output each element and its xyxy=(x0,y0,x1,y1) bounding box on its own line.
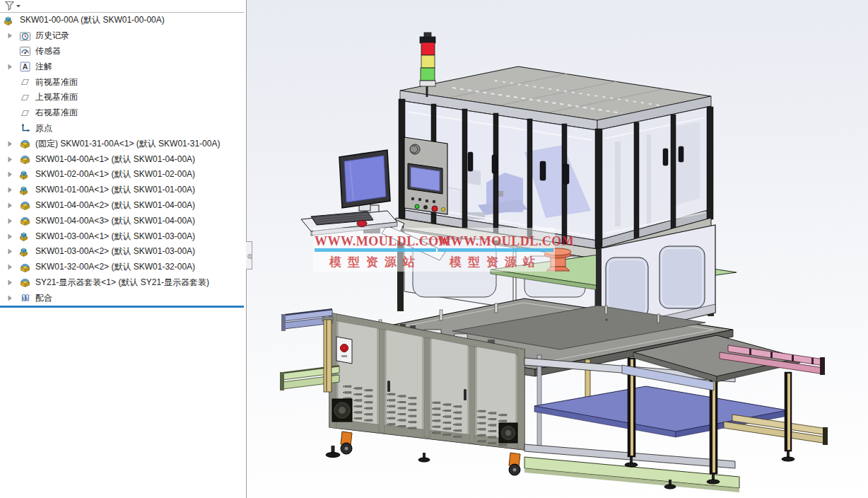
tree-item-label: 上视基准面 xyxy=(35,91,78,103)
enclosure-window xyxy=(659,246,705,308)
tree-filter-bar[interactable] xyxy=(0,0,244,13)
tree-item-SY21-显示器套装<1>[interactable]: SY21-显示器套装<1> (默认 SY21-显示器套装) xyxy=(0,275,244,291)
history-icon xyxy=(19,30,32,42)
expand-arrow-icon[interactable] xyxy=(5,295,15,301)
tree-item-SKW01-04-00A<3>[interactable]: SKW01-04-00A<3> (默认 SKW01-04-00A) xyxy=(0,213,244,228)
watermark-band: WWW.MOULDL.COM 模型资源站 WWW.MOULDL.COM 模型资源… xyxy=(313,228,555,272)
mates-icon xyxy=(19,292,32,304)
expand-arrow-icon[interactable] xyxy=(5,264,15,270)
panel-splitter[interactable] xyxy=(246,241,252,270)
tree-item-label: SKW01-03-00A<1> (默认 SKW01-03-00A) xyxy=(35,231,195,243)
tree-item-label: SKW01-01-00A<1> (默认 SKW01-01-00A) xyxy=(35,184,195,196)
control-panel xyxy=(404,137,447,214)
expand-arrow-icon[interactable] xyxy=(5,279,15,286)
tree-item-label: 原点 xyxy=(35,122,52,134)
expand-arrow-icon[interactable] xyxy=(5,171,15,178)
graphics-area[interactable]: WWW.MOULDL.COM 模型资源站 WWW.MOULDL.COM 模型资源… xyxy=(247,0,868,498)
solidworks-window: { "feature_tree": { "filter_icon": "filt… xyxy=(0,0,868,498)
assembly-icon xyxy=(19,184,32,196)
hmi-screen xyxy=(411,167,440,191)
tree-item-label: SKW01-04-00A<1> (默认 SKW01-04-00A) xyxy=(35,154,195,166)
assembly-icon xyxy=(4,14,16,26)
tree-item-SKW01-01-00A<1>[interactable]: SKW01-01-00A<1> (默认 SKW01-01-00A) xyxy=(0,183,244,198)
tree-item-上视基准面[interactable]: 上视基准面 xyxy=(0,90,244,105)
tree-item-前视基准面[interactable]: 前视基准面 xyxy=(0,74,244,90)
assembly-icon xyxy=(19,168,32,180)
plane-icon xyxy=(19,76,32,88)
door-handle-icon xyxy=(464,389,467,400)
tree-item-配合[interactable]: 配合 xyxy=(0,290,244,306)
expand-arrow-icon[interactable] xyxy=(5,233,15,240)
filter-funnel-icon[interactable] xyxy=(4,1,23,11)
tree-item-label: 传感器 xyxy=(35,45,61,57)
part-icon xyxy=(19,199,32,212)
expand-arrow-icon[interactable] xyxy=(5,33,15,39)
expand-arrow-icon[interactable] xyxy=(5,156,15,163)
tree-item-右视基准面[interactable]: 右视基准面 xyxy=(0,105,244,121)
door-handle-icon xyxy=(387,381,390,392)
tree-item-label: 配合 xyxy=(35,292,52,304)
tree-item-label: SKW01-00-00A (默认 SKW01-00-00A) xyxy=(20,14,165,26)
tree-item-label: SKW01-04-00A<2> (默认 SKW01-04-00A) xyxy=(35,199,195,212)
tree-item-label: SKW01-02-00A<1> (默认 SKW01-02-00A) xyxy=(35,168,195,180)
tree-item-label: 注解 xyxy=(35,61,52,73)
mouse xyxy=(357,221,367,227)
tree-item-label: 右视基准面 xyxy=(35,107,78,119)
part-icon xyxy=(19,154,32,166)
tree-item-label: 前视基准面 xyxy=(35,76,78,88)
emergency-stop xyxy=(336,337,352,364)
rollback-bar[interactable] xyxy=(0,306,244,308)
expand-arrow-icon[interactable] xyxy=(5,248,15,255)
origin-icon xyxy=(19,122,32,134)
splitter-grip-icon xyxy=(247,254,252,259)
watermark: WWW.MOULDL.COM 模型资源站 xyxy=(438,235,553,270)
tree-item-SKW01-03-00A<1>[interactable]: SKW01-03-00A<1> (默认 SKW01-03-00A) xyxy=(0,228,244,244)
assembly-icon xyxy=(19,231,32,243)
part-icon xyxy=(19,277,32,289)
plane-icon xyxy=(19,107,32,119)
cooling-fan xyxy=(499,423,517,443)
plane-icon xyxy=(19,91,32,103)
expand-arrow-icon[interactable] xyxy=(5,141,15,147)
tree-item-SKW01-04-00A<1>[interactable]: SKW01-04-00A<1> (默认 SKW01-04-00A) xyxy=(0,151,244,167)
expand-arrow-icon[interactable] xyxy=(5,187,15,193)
tree-item-传感器[interactable]: 传感器 xyxy=(0,44,244,59)
tree-item-历史记录[interactable]: 历史记录 xyxy=(0,28,244,44)
tree-item-label: SKW01-32-00A<2> (默认 SKW01-32-00A) xyxy=(35,261,195,273)
feature-manager-panel: SKW01-00-00A (默认 SKW01-00-00A)历史记录传感器A注解… xyxy=(0,0,244,498)
tree-item-SKW01-32-00A<2>[interactable]: SKW01-32-00A<2> (默认 SKW01-32-00A) xyxy=(0,260,244,275)
expand-arrow-icon[interactable] xyxy=(5,64,15,70)
tree-item-(固定)[interactable]: (固定) SKW01-31-00A<1> (默认 SKW01-31-00A) xyxy=(0,136,244,151)
tree-item-label: (固定) SKW01-31-00A<1> (默认 SKW01-31-00A) xyxy=(35,138,220,150)
tree-item-SKW01-03-00A<2>[interactable]: SKW01-03-00A<2> (默认 SKW01-03-00A) xyxy=(0,244,244,260)
svg-text:A: A xyxy=(23,62,28,71)
part-icon xyxy=(19,215,32,227)
part-icon xyxy=(19,138,32,150)
left-conveyors xyxy=(280,308,339,392)
tree-item-label: SKW01-03-00A<2> (默认 SKW01-03-00A) xyxy=(35,245,195,257)
tree-item-SKW01-02-00A<1>[interactable]: SKW01-02-00A<1> (默认 SKW01-02-00A) xyxy=(0,167,244,183)
tree-item-label: SY21-显示器套装<1> (默认 SY21-显示器套装) xyxy=(35,277,209,289)
sensors-icon xyxy=(19,45,32,57)
assembly-icon xyxy=(19,245,32,257)
tree-item-SKW01-04-00A<2>[interactable]: SKW01-04-00A<2> (默认 SKW01-04-00A) xyxy=(0,198,244,214)
tree-item-SKW01-00-00A[interactable]: SKW01-00-00A (默认 SKW01-00-00A) xyxy=(0,13,244,28)
tree-item-label: SKW01-04-00A<3> (默认 SKW01-04-00A) xyxy=(35,215,195,227)
annotations-icon: A xyxy=(19,61,32,73)
tree-item-原点[interactable]: 原点 xyxy=(0,121,244,137)
tree-item-label: 历史记录 xyxy=(35,30,69,42)
monitor-screen xyxy=(344,156,386,202)
tree-item-注解[interactable]: A注解 xyxy=(0,59,244,74)
expand-arrow-icon[interactable] xyxy=(5,218,15,224)
expand-arrow-icon[interactable] xyxy=(5,202,15,209)
chevron-down-icon xyxy=(16,5,20,8)
part-icon xyxy=(19,261,32,273)
feature-tree: SKW01-00-00A (默认 SKW01-00-00A)历史记录传感器A注解… xyxy=(0,13,244,306)
watermark: WWW.MOULDL.COM 模型资源站 xyxy=(315,235,436,270)
cooling-fan xyxy=(332,399,352,422)
